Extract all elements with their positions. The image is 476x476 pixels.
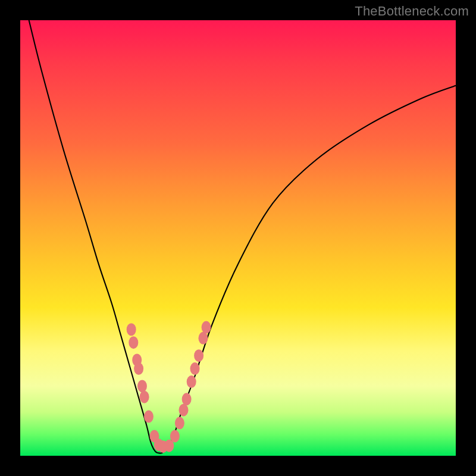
curve-marker — [144, 411, 154, 423]
curve-marker — [202, 321, 211, 334]
bottleneck-curve — [29, 20, 456, 453]
plot-area — [20, 20, 456, 456]
curve-marker — [129, 336, 138, 349]
curve-marker — [179, 404, 189, 416]
curve-marker — [182, 393, 192, 405]
curve-marker — [190, 362, 200, 375]
curve-marker — [198, 332, 208, 345]
curve-marker — [187, 375, 196, 388]
watermark-text: TheBottleneck.com — [355, 4, 469, 19]
curve-svg — [20, 20, 456, 456]
curve-marker — [134, 362, 143, 375]
curve-marker — [127, 323, 136, 336]
curve-marker — [194, 349, 203, 362]
marker-group — [127, 321, 211, 453]
curve-marker — [137, 380, 147, 392]
chart-container: TheBottleneck.com — [0, 0, 476, 476]
curve-marker — [140, 391, 149, 403]
curve-marker — [175, 417, 184, 430]
curve-marker — [170, 430, 180, 443]
